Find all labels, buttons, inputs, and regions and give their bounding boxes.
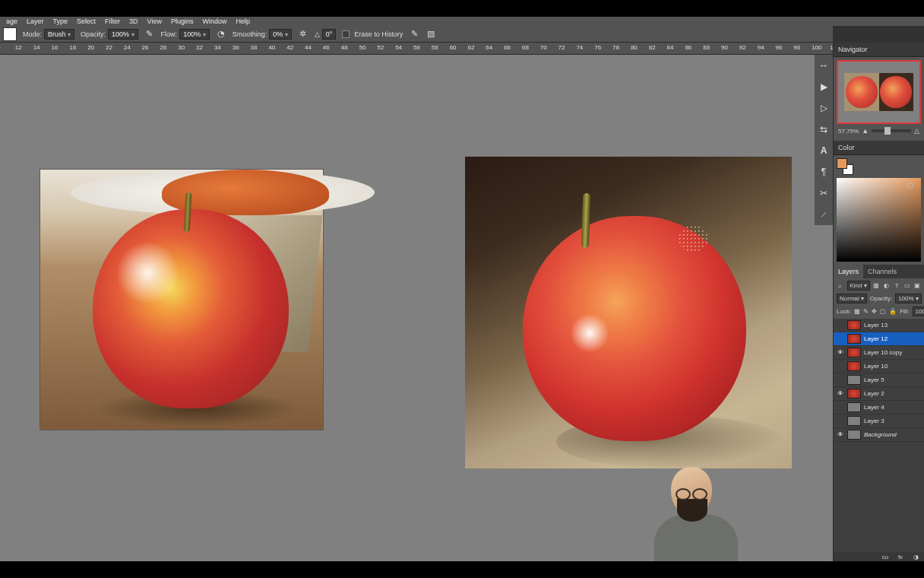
menu-select[interactable]: Select xyxy=(72,17,100,26)
zoom-in-icon[interactable]: △ xyxy=(914,127,919,135)
panel-icon-type[interactable]: A xyxy=(818,144,830,157)
layer-thumbnail[interactable] xyxy=(847,320,861,330)
menu-window[interactable]: Window xyxy=(198,17,231,26)
layer-row[interactable]: Layer 5 xyxy=(834,373,924,387)
search-icon[interactable]: ⌕ xyxy=(837,282,844,290)
pressure-size-icon[interactable]: ✎ xyxy=(409,29,419,40)
panel-icon-ruler[interactable]: ⟋ xyxy=(818,208,830,221)
layer-thumbnail[interactable] xyxy=(847,375,861,385)
layer-thumbnail[interactable] xyxy=(847,389,861,399)
navigator-zoom-value[interactable]: 57.75% xyxy=(838,128,859,135)
pressure-opacity-icon[interactable]: ✎ xyxy=(144,29,155,40)
filter-type-icon[interactable]: T xyxy=(894,282,901,290)
layer-row[interactable]: Layer 10 xyxy=(834,360,924,373)
tab-channels[interactable]: Channels xyxy=(863,265,901,278)
layer-filter-dropdown[interactable]: Kind▾ xyxy=(847,281,870,291)
foreground-color-swatch[interactable] xyxy=(837,158,847,169)
layer-thumbnail[interactable] xyxy=(847,348,861,357)
menu-filter[interactable]: Filter xyxy=(100,17,125,26)
panel-icon-history[interactable]: ▶ xyxy=(818,81,830,93)
color-picker-field[interactable] xyxy=(837,178,921,262)
airbrush-icon[interactable]: ◔ xyxy=(216,29,226,40)
layer-name[interactable]: Layer 13 xyxy=(864,322,921,329)
layer-thumbnail[interactable] xyxy=(847,402,861,412)
navigator-zoom-slider[interactable] xyxy=(872,129,911,132)
navigator-tab[interactable]: Navigator xyxy=(834,43,924,57)
filter-shape-icon[interactable]: ▭ xyxy=(903,282,911,290)
symmetry-icon[interactable]: ▧ xyxy=(426,29,436,40)
layer-fx-icon[interactable]: fx xyxy=(897,553,904,561)
webcam-overlay xyxy=(654,462,738,561)
menu-age[interactable]: age xyxy=(2,17,22,26)
erase-history-checkbox[interactable]: Erase to History xyxy=(342,30,403,38)
lock-pixels-icon[interactable]: ✎ xyxy=(863,308,869,316)
layer-visibility-icon[interactable]: 👁 xyxy=(837,431,844,438)
layer-name[interactable]: Layer 10 xyxy=(864,363,921,370)
flow-field[interactable]: 100% ▾ xyxy=(179,29,210,40)
menu-help[interactable]: Help xyxy=(232,17,255,26)
filter-adjust-icon[interactable]: ◐ xyxy=(883,282,891,290)
menu-type[interactable]: Type xyxy=(49,17,73,26)
ruler-tick: 76 xyxy=(594,44,601,51)
blend-mode-dropdown[interactable]: Normal▾ xyxy=(837,294,867,303)
layer-row[interactable]: 👁Background xyxy=(834,428,924,442)
panel-icon-tools[interactable]: ✂ xyxy=(818,187,830,199)
tab-layers[interactable]: Layers xyxy=(834,265,863,278)
panel-icon-actions[interactable]: ▷ xyxy=(818,102,830,114)
panel-icon-arrange[interactable]: ↔ xyxy=(818,59,830,71)
mode-dropdown[interactable]: Brush ▾ xyxy=(44,29,74,40)
layer-thumbnail[interactable] xyxy=(847,361,861,371)
ruler-tick: 20 xyxy=(87,44,94,51)
fg-bg-swatches[interactable] xyxy=(837,158,853,175)
layer-name[interactable]: Layer 3 xyxy=(864,418,921,424)
layer-row[interactable]: 👁Layer 2 xyxy=(834,387,924,401)
menu-layer[interactable]: Layer xyxy=(22,17,49,26)
ruler-horizontal[interactable]: 0121416182022242628303234363840424446485… xyxy=(0,43,833,55)
menu-3d[interactable]: 3D xyxy=(125,17,143,26)
layer-name[interactable]: Layer 10 copy xyxy=(864,349,921,356)
zoom-out-icon[interactable]: ▲ xyxy=(862,127,869,135)
layer-name[interactable]: Layer 5 xyxy=(864,376,921,383)
layer-row[interactable]: Layer 12 xyxy=(834,332,924,346)
lock-position-icon[interactable]: ✥ xyxy=(872,308,877,316)
navigator-thumbnail[interactable] xyxy=(837,60,921,124)
settings-gear-icon[interactable]: ✲ xyxy=(298,29,309,40)
layer-visibility-icon[interactable]: 👁 xyxy=(837,390,844,397)
canvas[interactable] xyxy=(0,55,833,561)
ruler-tick: 36 xyxy=(233,44,239,51)
smoothing-field[interactable]: 0% ▾ xyxy=(269,29,292,40)
link-layers-icon[interactable]: co xyxy=(881,553,889,561)
layer-thumbnail[interactable] xyxy=(847,416,861,426)
panel-icon-adjust[interactable]: ⇆ xyxy=(818,123,830,135)
layer-visibility-icon[interactable]: 👁 xyxy=(837,349,844,356)
filter-smart-icon[interactable]: ▣ xyxy=(914,282,922,290)
layer-name[interactable]: Layer 4 xyxy=(864,404,921,411)
letterbox-top xyxy=(0,0,924,17)
layer-row[interactable]: Layer 4 xyxy=(834,401,924,414)
lock-transparency-icon[interactable]: ▩ xyxy=(854,308,860,316)
tool-preset-swatch[interactable] xyxy=(3,27,17,41)
layer-name[interactable]: Layer 2 xyxy=(864,390,921,397)
lock-artboard-icon[interactable]: ▢ xyxy=(880,308,886,316)
color-tab[interactable]: Color xyxy=(834,141,924,155)
layer-thumbnail[interactable] xyxy=(847,430,861,440)
layer-row[interactable]: Layer 3 xyxy=(834,414,924,428)
layer-mask-icon[interactable]: ◑ xyxy=(912,553,919,561)
fill-field[interactable]: 100%▾ xyxy=(913,306,924,316)
opacity-field[interactable]: 100% ▾ xyxy=(108,29,138,40)
angle-field[interactable]: 0° xyxy=(322,29,337,40)
lock-all-icon[interactable]: 🔒 xyxy=(889,308,897,316)
layer-thumbnail[interactable] xyxy=(847,334,861,344)
menu-view[interactable]: View xyxy=(143,17,166,26)
filter-pixel-icon[interactable]: ▦ xyxy=(873,282,881,290)
panel-icon-paragraph[interactable]: ¶ xyxy=(818,166,830,178)
menu-plugins[interactable]: Plugins xyxy=(166,17,198,26)
ruler-tick: 42 xyxy=(286,44,293,51)
layer-name[interactable]: Background xyxy=(864,431,921,438)
fill-label: Fill: xyxy=(900,308,909,315)
layer-opacity-field[interactable]: 100%▾ xyxy=(895,294,921,303)
ruler-tick: 58 xyxy=(432,44,438,51)
layer-row[interactable]: 👁Layer 10 copy xyxy=(834,346,924,360)
layer-name[interactable]: Layer 12 xyxy=(864,335,921,342)
layer-row[interactable]: Layer 13 xyxy=(834,319,924,332)
